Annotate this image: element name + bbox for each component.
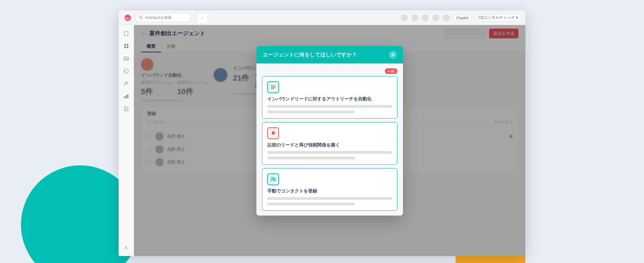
svg-rect-5 — [124, 44, 126, 46]
modal-body: + AI インバウンドリードに対するアウトリーチを自動化 — [256, 63, 403, 216]
browser-topbar: Hs HubSpotを検索 ○ Copilot — [119, 10, 525, 25]
tab-bar: ○ — [197, 13, 398, 23]
sidebar — [119, 25, 134, 256]
svg-line-3 — [142, 18, 143, 19]
option-card-3[interactable]: 手動でコンタクトを登録 — [262, 168, 397, 211]
modal-dialog: エージェントに何をしてほしいですか？ ✕ + AI — [256, 46, 403, 216]
close-icon: ✕ — [391, 52, 395, 58]
svg-rect-15 — [127, 94, 128, 98]
sidebar-icon-table[interactable] — [121, 54, 131, 63]
nav-icon-4 — [432, 14, 439, 21]
cq-button[interactable]: CQコンサルティング ▾ — [475, 14, 522, 21]
svg-rect-19 — [271, 87, 276, 88]
svg-point-12 — [125, 82, 127, 84]
option-card-2[interactable]: 以前のリードと再び信頼関係を築く — [262, 122, 397, 165]
nav-icon-1 — [401, 14, 408, 21]
svg-rect-20 — [271, 88, 274, 89]
browser-window: Hs HubSpotを検索 ○ Copilot — [119, 10, 525, 256]
option-icon-1 — [267, 81, 279, 93]
sidebar-icon-refresh[interactable] — [121, 66, 131, 76]
sidebar-icon-grid[interactable] — [121, 41, 131, 51]
svg-rect-18 — [271, 85, 276, 86]
hubspot-logo: Hs — [123, 13, 133, 23]
option-title-3: 手動でコンタクトを登録 — [267, 188, 392, 194]
svg-text:Hs: Hs — [126, 16, 130, 20]
main-content: ← 案件創出エージェント 製品を作成 概要 分析 — [134, 25, 525, 256]
sidebar-icon-person[interactable] — [121, 79, 131, 89]
option-desc-2a — [267, 151, 392, 154]
option-title-2: 以前のリードと再び信頼関係を築く — [267, 142, 392, 148]
search-bar[interactable]: HubSpotを検索 — [135, 13, 191, 22]
svg-point-22 — [274, 178, 275, 180]
option-icon-3 — [267, 173, 279, 185]
svg-rect-7 — [124, 46, 126, 48]
modal-header: エージェントに何をしてほしいですか？ ✕ — [256, 46, 403, 63]
modal-title: エージェントに何をしてほしいですか？ — [263, 52, 357, 58]
cq-chevron-icon: ▾ — [516, 15, 518, 20]
svg-rect-9 — [124, 57, 128, 60]
copilot-label: Copilot — [456, 16, 468, 20]
browser-tab[interactable]: ○ — [197, 13, 208, 23]
option-card-1[interactable]: インバウンドリードに対するアウトリーチを自動化 — [262, 76, 397, 119]
nav-icon-5 — [443, 14, 450, 21]
option-icon-2 — [267, 127, 279, 139]
option-desc-3b — [267, 203, 355, 205]
cq-label: CQコンサルティング — [478, 15, 515, 20]
svg-rect-4 — [125, 31, 128, 36]
option-desc-1a — [267, 105, 392, 108]
option-title-1: インバウンドリードに対するアウトリーチを自動化 — [267, 96, 392, 102]
nav-icon-2 — [411, 14, 418, 21]
svg-rect-14 — [126, 95, 127, 98]
option-desc-1b — [267, 111, 355, 113]
sidebar-icon-chart[interactable] — [121, 91, 131, 101]
copilot-button[interactable]: Copilot — [453, 15, 471, 21]
svg-rect-13 — [124, 96, 125, 98]
sidebar-icon-bookmark[interactable] — [121, 29, 131, 38]
svg-rect-6 — [127, 44, 128, 46]
nav-icon-3 — [422, 14, 429, 21]
option-desc-2b — [267, 157, 355, 159]
top-icons: Copilot CQコンサルティング ▾ — [401, 14, 521, 21]
svg-rect-8 — [127, 46, 128, 48]
modal-close-button[interactable]: ✕ — [389, 51, 397, 59]
search-placeholder: HubSpotを検索 — [145, 15, 172, 20]
sidebar-icon-document[interactable] — [121, 104, 131, 114]
app-body: ← 案件創出エージェント 製品を作成 概要 分析 — [119, 25, 525, 256]
ai-badge: + AI — [385, 68, 397, 74]
svg-point-2 — [140, 16, 142, 18]
sidebar-icon-arrow[interactable] — [121, 243, 131, 253]
modal-overlay: エージェントに何をしてほしいですか？ ✕ + AI — [134, 25, 525, 256]
option-desc-3a — [267, 197, 392, 200]
